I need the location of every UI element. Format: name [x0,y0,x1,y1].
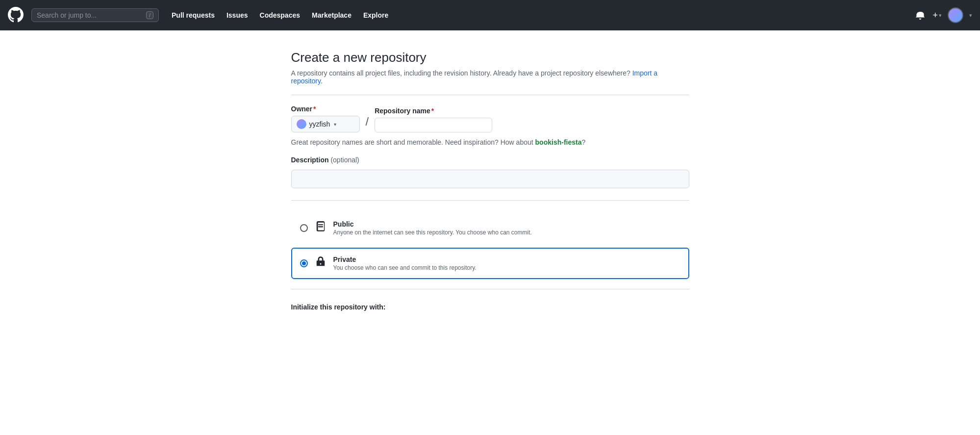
nav-codespaces[interactable]: Codespaces [255,8,305,22]
public-radio[interactable] [300,224,308,232]
repo-name-group: Repository name* [375,107,492,132]
navbar: / Pull requests Issues Codespaces Market… [0,0,980,30]
optional-label: (optional) [330,156,359,164]
owner-label: Owner* [291,105,360,113]
slash-divider: / [366,115,369,132]
search-kbd: / [146,11,153,19]
private-option[interactable]: Private You choose who can see and commi… [291,248,689,279]
private-radio[interactable] [300,259,308,267]
github-logo[interactable] [8,7,24,24]
section-divider [291,95,689,95]
init-title: Initialize this repository with: [291,303,689,311]
description-input[interactable] [291,170,689,188]
private-desc: You choose who can see and commit to thi… [333,264,680,271]
chevron-down-icon: ▾ [939,12,942,19]
search-bar[interactable]: / [31,8,159,22]
navbar-right: + ▾ ▾ [914,7,972,23]
description-label: Description (optional) [291,156,689,164]
navbar-links: Pull requests Issues Codespaces Marketpl… [167,8,906,22]
init-section: Initialize this repository with: [291,303,689,311]
public-option[interactable]: Public Anyone on the internet can see th… [291,212,689,244]
page-subtitle: A repository contains all project files,… [291,69,689,85]
search-input[interactable] [37,11,142,19]
notifications-button[interactable] [914,9,927,22]
owner-required-star: * [313,105,316,113]
public-title: Public [333,220,680,228]
subtitle-text: A repository contains all project files,… [291,69,630,77]
owner-group: Owner* yyzfish ▾ [291,105,360,132]
nav-marketplace[interactable]: Marketplace [307,8,356,22]
nav-issues[interactable]: Issues [222,8,253,22]
nav-explore[interactable]: Explore [358,8,393,22]
plus-icon: + [932,10,938,21]
public-desc: Anyone on the internet can see this repo… [333,229,680,236]
radio-dot [302,261,306,265]
description-group: Description (optional) [291,156,689,188]
private-title: Private [333,256,680,263]
owner-chevron-icon: ▾ [334,122,336,127]
owner-select[interactable]: yyzfish ▾ [291,116,360,132]
page-container: Create a new repository A repository con… [279,30,701,340]
visibility-section: Public Anyone on the internet can see th… [291,212,689,279]
inspiration-text: Great repository names are short and mem… [291,138,689,146]
repo-required-star: * [431,107,434,115]
nav-pull-requests[interactable]: Pull requests [167,8,220,22]
lock-icon [314,256,327,270]
repo-icon [314,221,327,235]
private-info: Private You choose who can see and commi… [333,256,680,271]
init-divider [291,289,689,289]
repo-name-label: Repository name* [375,107,492,115]
avatar[interactable] [948,7,963,23]
page-title: Create a new repository [291,50,689,65]
public-info: Public Anyone on the internet can see th… [333,220,680,236]
owner-avatar [297,119,306,129]
owner-name: yyzfish [309,120,330,128]
visibility-divider [291,200,689,201]
inspiration-link[interactable]: bookish-fiesta [535,138,582,146]
new-dropdown-button[interactable]: + ▾ [932,10,942,21]
owner-repo-row: Owner* yyzfish ▾ / Repository name* [291,105,689,132]
avatar-chevron-icon: ▾ [969,12,972,19]
repo-name-input[interactable] [375,118,492,132]
